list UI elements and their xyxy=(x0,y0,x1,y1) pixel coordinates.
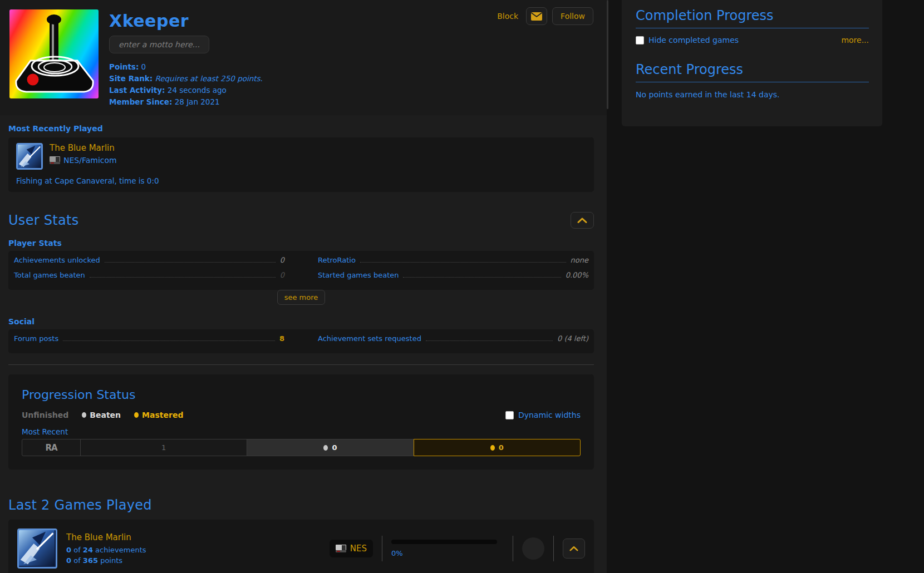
points-count: 0 of 365 points xyxy=(66,556,215,565)
points-row: Points: 0 xyxy=(109,61,263,73)
mastered-dot-icon xyxy=(134,412,139,418)
vertical-divider xyxy=(382,536,382,561)
social-grid: Forum posts8 Achievement sets requested0… xyxy=(14,334,588,348)
game-title-link[interactable]: The Blue Marlin xyxy=(50,143,117,153)
member-since-row: Member Since: 28 Jan 2021 xyxy=(109,96,263,108)
last-game-row: The Blue Marlin 0 of 24 achievements 0 o… xyxy=(17,528,585,569)
main-area: Most Recently Played xyxy=(0,124,607,573)
hide-completed-label: Hide completed games xyxy=(648,36,739,45)
collapse-user-stats-button[interactable] xyxy=(571,212,594,229)
last-games-panel: The Blue Marlin 0 of 24 achievements 0 o… xyxy=(8,520,594,573)
hide-completed-row: Hide completed games more... xyxy=(636,36,869,45)
game-title-link[interactable]: The Blue Marlin xyxy=(66,532,215,542)
beaten-dot-icon xyxy=(82,412,86,418)
nes-console-icon xyxy=(50,156,60,165)
marlin-art xyxy=(18,145,41,168)
rich-presence-text: Fishing at Cape Canaveral, time is 0:0 xyxy=(16,176,586,185)
console-label: NES/Famicom xyxy=(63,156,117,165)
header-actions: Block Follow xyxy=(497,7,593,25)
user-stats-heading: User Stats xyxy=(8,213,79,228)
achievements-count: 0 of 24 achievements xyxy=(66,546,215,554)
most-recent-label: Most Recent xyxy=(22,427,581,436)
chevron-up-icon xyxy=(569,546,578,551)
game-icon-blue-marlin[interactable] xyxy=(16,143,43,170)
sidebar-panel: Completion Progress Hide completed games… xyxy=(622,0,882,126)
block-link[interactable]: Block xyxy=(497,12,518,21)
user-stats-heading-row: User Stats xyxy=(8,212,594,229)
console-link[interactable]: NES/Famicom xyxy=(50,156,117,165)
bar-segment-logo[interactable]: RA xyxy=(22,439,81,456)
chevron-up-icon xyxy=(577,218,587,223)
nes-console-icon xyxy=(336,544,346,553)
bar-segment-beaten[interactable]: 0 xyxy=(247,439,414,456)
game-meta: The Blue Marlin NES/Famicom xyxy=(50,143,117,170)
legend-beaten: Beaten xyxy=(82,411,121,419)
profile-header: Xkeeper enter a motto here... Points: 0 … xyxy=(0,0,607,115)
stat-row: Forum posts8 xyxy=(14,334,284,348)
progression-legend: Unfinished Beaten Mastered Dynamic width… xyxy=(22,411,581,419)
page-title-username: Xkeeper xyxy=(109,11,263,31)
avatar xyxy=(9,9,99,98)
message-button[interactable] xyxy=(526,7,547,25)
collapse-game-row-button[interactable] xyxy=(563,539,585,559)
dynamic-widths-label: Dynamic widths xyxy=(518,411,581,419)
more-link[interactable]: more... xyxy=(841,36,869,45)
game-progress: 0% xyxy=(391,540,504,557)
progression-status-heading: Progression Status xyxy=(22,388,581,402)
progression-bar: RA 1 0 0 xyxy=(22,439,581,456)
last-activity-row: Last Activity: 24 seconds ago xyxy=(109,85,263,96)
award-placeholder-circle xyxy=(522,537,544,560)
follow-button[interactable]: Follow xyxy=(552,7,593,25)
player-stats-heading: Player Stats xyxy=(8,239,594,248)
marlin-art xyxy=(19,530,55,566)
dynamic-widths-checkbox[interactable] xyxy=(505,411,514,419)
profile-stats: Points: 0 Site Rank: Requires at least 2… xyxy=(109,61,263,108)
stat-row: RetroRationone xyxy=(318,256,588,270)
section-divider xyxy=(8,364,594,365)
progress-bar-track xyxy=(391,540,497,544)
main-content-column: Xkeeper enter a motto here... Points: 0 … xyxy=(0,0,607,573)
stat-row: Total games beaten0 xyxy=(14,271,284,285)
beaten-dot-icon xyxy=(323,445,328,451)
recent-progress-heading: Recent Progress xyxy=(636,62,869,82)
completion-progress-heading: Completion Progress xyxy=(636,8,869,28)
last-games-heading: Last 2 Games Played xyxy=(8,497,594,513)
envelope-icon xyxy=(531,12,542,21)
console-badge-label: NES xyxy=(350,544,367,554)
game-icon-blue-marlin[interactable] xyxy=(17,528,57,569)
user-info: Xkeeper enter a motto here... Points: 0 … xyxy=(109,9,263,115)
game-row: The Blue Marlin NES/Famicom xyxy=(16,143,586,170)
stat-row: Achievements unlocked0 xyxy=(14,256,284,270)
bar-segment-mastered[interactable]: 0 xyxy=(414,439,581,456)
most-recently-played-panel: The Blue Marlin NES/Famicom Fishing at C… xyxy=(8,137,594,192)
dynamic-widths-control: Dynamic widths xyxy=(505,411,581,419)
last-game-meta: The Blue Marlin 0 of 24 achievements 0 o… xyxy=(66,532,215,565)
legend-mastered: Mastered xyxy=(134,411,183,419)
see-more-button[interactable]: see more xyxy=(277,290,326,305)
joystick-icon xyxy=(9,9,99,98)
hide-completed-checkbox[interactable] xyxy=(636,36,644,45)
recent-progress-empty-text: No points earned in the last 14 days. xyxy=(636,90,869,99)
player-stats-panel: Achievements unlocked0 RetroRationone To… xyxy=(8,251,594,290)
player-stats-grid: Achievements unlocked0 RetroRationone To… xyxy=(14,256,588,285)
vertical-divider xyxy=(513,536,513,561)
stat-row: Started games beaten0.00% xyxy=(318,271,588,285)
legend-unfinished: Unfinished xyxy=(22,411,68,419)
see-more-wrap: see more xyxy=(8,290,594,305)
most-recently-played-heading: Most Recently Played xyxy=(8,124,594,133)
ra-logo-icon: RA xyxy=(45,443,57,453)
progression-status-panel: Progression Status Unfinished Beaten Mas… xyxy=(8,374,594,470)
console-badge[interactable]: NES xyxy=(330,540,373,557)
mastered-dot-icon xyxy=(490,445,495,451)
content-scrollbar-thumb[interactable] xyxy=(607,0,608,109)
social-heading: Social xyxy=(8,317,594,326)
vertical-divider xyxy=(553,536,554,561)
progress-percent-label: 0% xyxy=(391,549,504,557)
social-panel: Forum posts8 Achievement sets requested0… xyxy=(8,329,594,353)
motto-input[interactable]: enter a motto here... xyxy=(109,36,209,53)
site-rank-row: Site Rank: Requires at least 250 points. xyxy=(109,73,263,85)
bar-segment-unfinished[interactable]: 1 xyxy=(80,439,247,456)
stat-row: Achievement sets requested0 (4 left) xyxy=(318,334,588,348)
